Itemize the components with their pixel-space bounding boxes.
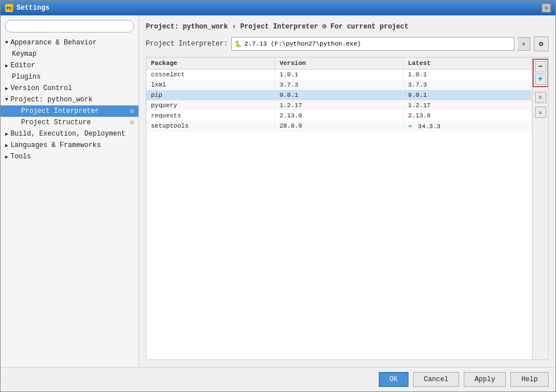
chevron-down-icon: ▼ bbox=[5, 97, 8, 103]
interpreter-row: Project Interpreter: 🐍 2.7.13 (F:\python… bbox=[146, 36, 549, 51]
column-latest: Latest bbox=[403, 58, 532, 69]
packages-table: Package Version Latest cssselect 1.0.1 1… bbox=[146, 58, 532, 360]
cell-latest: 3.7.3 bbox=[403, 80, 532, 90]
cell-version: 2.13.0 bbox=[275, 111, 404, 121]
window-title: Settings bbox=[17, 4, 50, 12]
cell-package: pip bbox=[146, 90, 275, 100]
sidebar-item-label: Build, Execution, Deployment bbox=[10, 130, 125, 138]
move-up-button[interactable]: ▲ bbox=[535, 107, 546, 118]
cell-latest: 1.0.1 bbox=[403, 70, 532, 80]
remove-package-button[interactable]: − bbox=[535, 61, 546, 72]
chevron-right-icon: ▶ bbox=[5, 63, 8, 69]
python-icon: 🐍 bbox=[234, 40, 242, 48]
cell-latest: 1.2.17 bbox=[403, 100, 532, 111]
sidebar-item-label: Plugins bbox=[12, 73, 40, 81]
search-input[interactable] bbox=[5, 20, 134, 32]
sidebar-item-keymap[interactable]: Keymap bbox=[1, 48, 138, 60]
cancel-button[interactable]: Cancel bbox=[413, 372, 459, 387]
cell-latest: 9.0.1 bbox=[403, 90, 532, 100]
table-row[interactable]: cssselect 1.0.1 1.0.1 bbox=[146, 70, 532, 80]
cell-package: setuptools bbox=[146, 121, 275, 132]
sidebar-item-project[interactable]: ▼ Project: python_work bbox=[1, 94, 138, 105]
table-side-buttons: − + ≡ ▲ bbox=[532, 58, 548, 360]
chevron-down-icon: ▼ bbox=[5, 40, 8, 46]
column-package: Package bbox=[146, 58, 275, 69]
cell-package: cssselect bbox=[146, 70, 275, 80]
sidebar-item-appearance[interactable]: ▼ Appearance & Behavior bbox=[1, 37, 138, 48]
sidebar-item-label: Project: python_work bbox=[10, 96, 92, 104]
main-content: ▼ Appearance & Behavior Keymap ▶ Editor … bbox=[1, 15, 555, 367]
interpreter-gear-button[interactable]: ⚙ bbox=[534, 36, 549, 51]
window-icon: PC bbox=[5, 4, 13, 12]
column-version: Version bbox=[275, 58, 404, 69]
table-row[interactable]: setuptools 28.8.0 ➜ 34.3.3 bbox=[146, 121, 532, 132]
close-button[interactable]: ✕ bbox=[542, 3, 551, 13]
interpreter-select[interactable]: 🐍 2.7.13 (F:\python27\python.exe) bbox=[231, 37, 514, 51]
sidebar-item-editor[interactable]: ▶ Editor bbox=[1, 60, 138, 71]
table-row[interactable]: pip 9.0.1 9.0.1 bbox=[146, 90, 532, 100]
right-panel: Project: python_work › Project Interpret… bbox=[139, 15, 555, 367]
sidebar-item-label: Project Interpreter bbox=[21, 107, 99, 115]
help-button[interactable]: Help bbox=[510, 372, 549, 387]
interpreter-value: 2.7.13 (F:\python27\python.exe) bbox=[244, 40, 512, 47]
cell-version: 1.2.17 bbox=[275, 100, 404, 111]
sidebar-item-label: Languages & Frameworks bbox=[10, 141, 100, 149]
table-row[interactable]: requests 2.13.0 2.13.0 bbox=[146, 111, 532, 121]
cell-latest: 2.13.0 bbox=[403, 111, 532, 121]
chevron-right-icon: ▶ bbox=[5, 85, 8, 92]
interpreter-label: Project Interpreter: bbox=[146, 40, 228, 48]
chevron-right-icon: ▶ bbox=[5, 131, 8, 137]
chevron-right-icon: ▶ bbox=[5, 154, 8, 160]
title-bar: PC Settings ✕ bbox=[1, 1, 555, 15]
update-arrow-icon: ➜ bbox=[408, 123, 415, 130]
sidebar-item-tools[interactable]: ▶ Tools bbox=[1, 151, 138, 162]
sidebar-item-project-interpreter[interactable]: Project Interpreter ⧉ bbox=[1, 105, 138, 117]
edit-package-button[interactable]: ≡ bbox=[535, 92, 546, 103]
interpreter-dropdown-button[interactable]: ▼ bbox=[518, 37, 530, 51]
cell-version: 3.7.3 bbox=[275, 80, 404, 90]
sidebar-item-version-control[interactable]: ▶ Version Control bbox=[1, 83, 138, 94]
table-header: Package Version Latest bbox=[146, 58, 532, 70]
cell-package: pyquery bbox=[146, 100, 275, 111]
breadcrumb-hint: ⊙ For current project bbox=[322, 23, 408, 31]
breadcrumb-current: Project Interpreter bbox=[240, 23, 318, 31]
breadcrumb-arrow: › bbox=[232, 23, 236, 31]
sidebar-item-build[interactable]: ▶ Build, Execution, Deployment bbox=[1, 128, 138, 140]
cell-package: requests bbox=[146, 111, 275, 121]
chevron-right-icon: ▶ bbox=[5, 142, 8, 149]
add-remove-group: − + bbox=[533, 59, 549, 87]
cell-package: lxml bbox=[146, 80, 275, 90]
sidebar: ▼ Appearance & Behavior Keymap ▶ Editor … bbox=[1, 15, 139, 367]
ok-button[interactable]: OK bbox=[379, 372, 408, 387]
sidebar-item-label: Appearance & Behavior bbox=[10, 39, 96, 47]
cell-latest: ➜ 34.3.3 bbox=[403, 121, 532, 132]
sidebar-item-plugins[interactable]: Plugins bbox=[1, 71, 138, 83]
cell-version: 9.0.1 bbox=[275, 90, 404, 100]
apply-button[interactable]: Apply bbox=[464, 372, 506, 387]
sidebar-item-label: Version Control bbox=[10, 84, 72, 92]
add-package-button[interactable]: + bbox=[535, 74, 546, 85]
copy-icon: ⧉ bbox=[130, 120, 134, 126]
table-row[interactable]: lxml 3.7.3 3.7.3 bbox=[146, 80, 532, 90]
sidebar-item-label: Tools bbox=[10, 153, 31, 161]
title-bar-left: PC Settings bbox=[5, 4, 50, 12]
cell-version: 28.8.0 bbox=[275, 121, 404, 132]
copy-icon: ⧉ bbox=[130, 108, 134, 115]
breadcrumb-project: Project: python_work bbox=[146, 23, 228, 31]
packages-container: Package Version Latest cssselect 1.0.1 1… bbox=[146, 57, 549, 360]
search-bar bbox=[1, 15, 138, 37]
table-row[interactable]: pyquery 1.2.17 1.2.17 bbox=[146, 100, 532, 111]
settings-window: PC Settings ✕ ▼ Appearance & Behavior Ke… bbox=[0, 0, 556, 392]
breadcrumb: Project: python_work › Project Interpret… bbox=[146, 22, 549, 31]
cell-version: 1.0.1 bbox=[275, 70, 404, 80]
bottom-bar: OK Cancel Apply Help bbox=[1, 367, 555, 391]
sidebar-item-languages[interactable]: ▶ Languages & Frameworks bbox=[1, 140, 138, 151]
sidebar-item-project-structure[interactable]: Project Structure ⧉ bbox=[1, 117, 138, 128]
sidebar-item-label: Keymap bbox=[12, 50, 36, 58]
sidebar-item-label: Editor bbox=[10, 62, 35, 70]
sidebar-item-label: Project Structure bbox=[21, 119, 91, 126]
